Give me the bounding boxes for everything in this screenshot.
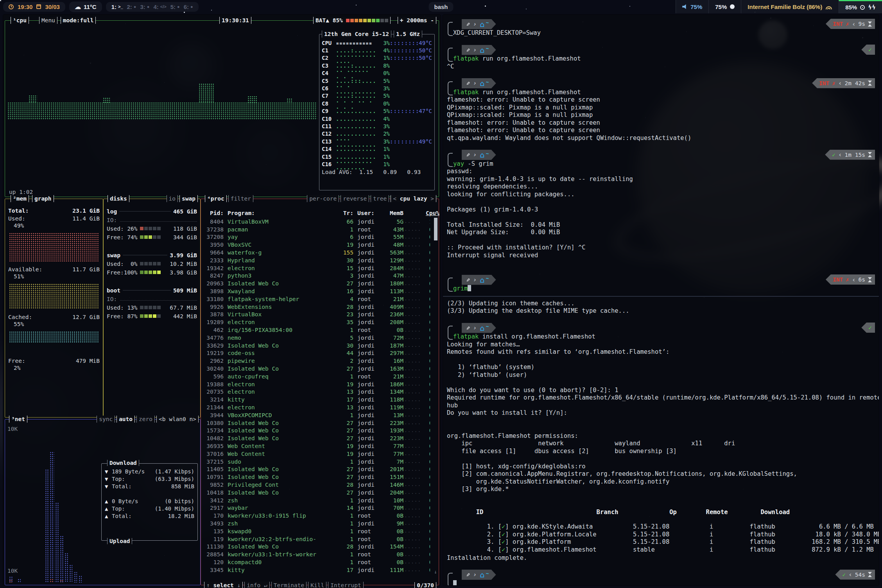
process-row[interactable]: 33629 Isolated Web Co 30 jordi 187M ....… bbox=[204, 342, 430, 350]
refresh-rate-control[interactable]: + 2000ms - bbox=[398, 17, 436, 24]
process-row[interactable]: 135 kswapd0 1 root 0B ..... 0.0 bbox=[204, 527, 430, 535]
col-threads[interactable]: Tr: bbox=[338, 210, 353, 216]
process-row[interactable]: 37016 Web Content 19 jordi 77M ..... 0.0 bbox=[204, 450, 430, 458]
battery-module[interactable]: 85% ϟϟ bbox=[839, 0, 882, 13]
command-line[interactable]: flatpak run org.flameshot.Flameshot bbox=[447, 89, 875, 97]
network-module[interactable]: Internet Familie Bolz (86%) bbox=[741, 0, 839, 13]
process-row[interactable]: 28854 kworker/u33:1-btrfs-worker 1 root … bbox=[204, 550, 430, 558]
process-row[interactable]: 11405 Isolated Web Co 27 jordi 201M ....… bbox=[204, 466, 430, 473]
process-row[interactable]: 10791 Isolated Web Co 27 jordi 151M ....… bbox=[204, 473, 430, 481]
process-row[interactable]: 2917 waybar 14 jordi 70M ..... 0.0 bbox=[204, 504, 430, 512]
net-zero-toggle[interactable]: zero bbox=[136, 416, 155, 423]
process-row[interactable]: 10418 Isolated Web Co 27 jordi 204M ....… bbox=[204, 489, 430, 497]
tab-cpu[interactable]: ¹cpu bbox=[11, 17, 29, 24]
col-user[interactable]: User: bbox=[353, 210, 379, 216]
proc-terminate-button[interactable]: Terminate bbox=[271, 582, 307, 588]
process-row[interactable]: 3493 zsh 1 jordi 9M ..... 0.0 bbox=[204, 520, 430, 527]
volume-module[interactable]: 75% bbox=[676, 0, 708, 13]
process-row[interactable]: 20735 electron 13 jordi 134M ..... 0.0 bbox=[204, 388, 430, 396]
process-row[interactable]: 2962 pipewire 2 jordi 16M ..... 0.0 bbox=[204, 357, 430, 365]
proc-filter-button[interactable]: filter bbox=[228, 195, 253, 202]
net-interface-selector[interactable]: <b wlan0 n> bbox=[156, 416, 199, 423]
proc-kill-button[interactable]: Kill bbox=[308, 582, 326, 588]
process-row[interactable]: 36935 Web Content 19 jordi 77M ..... 0.0 bbox=[204, 442, 430, 450]
process-row[interactable]: 30240 Isolated Web Co 27 jordi 163M ....… bbox=[204, 365, 430, 373]
weather-module[interactable]: ☁ 11°C bbox=[69, 2, 102, 12]
command-line[interactable]: XDG_CURRENT_DESKTOP=Sway bbox=[447, 29, 875, 37]
proc-interrupt-button[interactable]: Interrupt bbox=[328, 582, 364, 588]
proc-info-button[interactable]: info ↵ bbox=[244, 582, 269, 588]
tab-net[interactable]: ³net bbox=[9, 416, 27, 423]
process-row[interactable]: 3214 kitty 17 jordi 118M ..... 0.0 bbox=[204, 396, 430, 403]
workspace-button[interactable]: 4:</> bbox=[154, 4, 167, 10]
clock-module[interactable]: 19:30 30/03 bbox=[3, 2, 65, 12]
process-row[interactable]: 37238 pacman 1 root 43M ..... 0.0 bbox=[204, 226, 430, 233]
pane-divider[interactable] bbox=[443, 296, 879, 297]
process-row[interactable]: 119 kworker/u32:2-btrfs-endio- 1 root 0B… bbox=[204, 535, 430, 543]
scroll-down-arrow[interactable]: ↓ bbox=[434, 569, 437, 575]
process-row[interactable]: 2333 Hyprland 30 jordi 129M ..... 0.1 bbox=[204, 256, 430, 264]
command-line[interactable]: grim bbox=[447, 285, 875, 293]
tab-proc[interactable]: ⁴proc bbox=[205, 195, 227, 202]
process-row[interactable]: 170 kworker/u33:0-i915_flip 1 root 0B ..… bbox=[204, 512, 430, 520]
process-row[interactable]: 9852 Privileged Cont 28 jordi 146M .....… bbox=[204, 481, 430, 489]
process-row[interactable]: 19342 electron 15 jordi 284M ..... 0.0 bbox=[204, 264, 430, 272]
tab-mem-graph[interactable]: graph bbox=[32, 195, 54, 202]
col-mem[interactable]: MemB bbox=[379, 210, 403, 216]
tab-io[interactable]: io bbox=[167, 195, 178, 202]
process-row[interactable]: 8247 python3 3 jordi 47M ..... 0.1 bbox=[204, 272, 430, 280]
command-line[interactable] bbox=[447, 580, 875, 586]
process-row[interactable]: 19388 electron 19 jordi 186M ..... 0.0 bbox=[204, 380, 430, 388]
process-row[interactable]: 10380 Isolated Web Co 27 jordi 223M ....… bbox=[204, 419, 430, 427]
process-row[interactable]: 10482 Isolated Web Co 27 jordi 223M ....… bbox=[204, 434, 430, 442]
process-row[interactable]: 596 auto-cpufreq 1 root 21M ..... 0.0 bbox=[204, 373, 430, 380]
process-row[interactable]: 33180 flatpak-system-helper 4 root 21M .… bbox=[204, 295, 430, 303]
process-row[interactable]: 19219 code-oss 44 jordi 297M ..... 0.0 bbox=[204, 350, 430, 357]
process-row[interactable]: 34776 nemo 5 jordi 72M ..... 0.0 bbox=[204, 334, 430, 342]
process-row[interactable]: 462 irq/156-PIXA3854:00 1 root 0B ..... … bbox=[204, 326, 430, 334]
process-row[interactable]: 20963 Isolated Web Co 27 jordi 180M ....… bbox=[204, 280, 430, 287]
cpu-menu-button[interactable]: Menu bbox=[39, 17, 57, 24]
command-line[interactable]: flatpak run org.flameshot.Flameshot bbox=[447, 55, 875, 63]
process-row[interactable]: 3950 VBoxSVC 19 jordi 48M ..... 0.0 bbox=[204, 241, 430, 249]
proc-percore-toggle[interactable]: per-core bbox=[307, 195, 339, 202]
process-row[interactable]: 37215 sudo 1 jordi 7M ..... 0.0 bbox=[204, 458, 430, 466]
process-row[interactable]: 19289 electron 35 jordi 208M ..... 0.0 bbox=[204, 318, 430, 326]
cpu-mode[interactable]: mode:full bbox=[61, 17, 96, 24]
process-row[interactable]: 3878 VirtualBox 23 jordi 236M ..... 0.0 bbox=[204, 311, 430, 319]
process-row[interactable]: 11130 Isolated Web Co 28 jordi 154M ....… bbox=[204, 543, 430, 550]
tab-swap[interactable]: swap bbox=[179, 195, 198, 202]
tab-mem[interactable]: ²mem bbox=[11, 195, 29, 202]
proc-scrollbar[interactable] bbox=[434, 218, 437, 240]
process-row[interactable]: 37208 yay 6 jordi 55M ..... 0.0 bbox=[204, 233, 430, 241]
process-row[interactable]: 120 kcompactd0 1 root 0B ..... 0.0 bbox=[204, 558, 430, 566]
process-row[interactable]: 3345 kitty 17 jordi 111M ..... 0.0 bbox=[204, 566, 430, 574]
process-row[interactable]: 8404 VirtualBoxVM 66 jordi 5G ..... 1.7 bbox=[204, 218, 430, 226]
process-row[interactable]: 9926 WebExtensions 28 jordi 409M ..... 0… bbox=[204, 303, 430, 311]
process-row[interactable]: 9664 waterfox-g 155 jordi 563M ..... 0.1 bbox=[204, 249, 430, 256]
command-line[interactable]: flatpak install org.flameshot.Flameshot bbox=[447, 333, 875, 341]
terminal-window[interactable]: ✎ › ⌂ ~ INT✗ ‹9s XDG_CURRENT_DESKTOP=Swa… bbox=[443, 15, 879, 585]
command-line[interactable]: yay -S grim bbox=[447, 160, 875, 168]
workspace-button[interactable]: 3:● bbox=[140, 4, 150, 10]
col-pid[interactable]: Pid: bbox=[204, 210, 224, 216]
proc-reverse-toggle[interactable]: reverse bbox=[341, 195, 369, 202]
workspace-button[interactable]: 6:● bbox=[184, 4, 193, 10]
scroll-up-arrow[interactable]: ↑ bbox=[434, 211, 437, 217]
net-auto-toggle[interactable]: auto bbox=[117, 416, 135, 423]
net-sync-toggle[interactable]: sync bbox=[97, 416, 115, 423]
proc-select-hint[interactable]: ↑ select ↓ bbox=[204, 582, 243, 588]
workspace-button[interactable]: 5:● bbox=[170, 4, 180, 10]
process-row[interactable]: 3412 zsh 1 jordi 10M ..... 0.0 bbox=[204, 497, 430, 504]
process-row[interactable]: 21344 electron 13 jordi 119M ..... 0.0 bbox=[204, 403, 430, 411]
process-row[interactable]: 3898 Xwayland 16 jordi 113M ..... 0.0 bbox=[204, 287, 430, 295]
workspace-button[interactable]: 2:● bbox=[127, 4, 136, 10]
col-program[interactable]: Program: bbox=[224, 210, 338, 216]
process-row[interactable]: 15734 Isolated Web Co 27 jordi 193M ....… bbox=[204, 427, 430, 435]
brightness-module[interactable]: 75% bbox=[708, 0, 741, 13]
proc-tree-toggle[interactable]: tree bbox=[371, 195, 389, 202]
workspace-button[interactable]: 1:>_ bbox=[111, 4, 123, 10]
process-row[interactable]: 3944 VBoxXPCOMIPCD 1 jordi 13M ..... 0.0 bbox=[204, 411, 430, 419]
tab-disks[interactable]: disks bbox=[108, 195, 129, 202]
proc-sort-control[interactable]: < cpu lazy > bbox=[391, 195, 436, 202]
